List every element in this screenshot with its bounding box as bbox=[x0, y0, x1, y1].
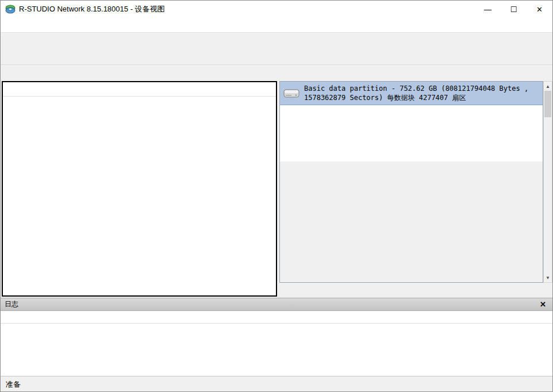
log-title-bar: 日志 ✕ bbox=[1, 298, 552, 311]
status-text: 准备 bbox=[6, 379, 21, 390]
harddrive-icon bbox=[283, 87, 301, 99]
title-bar: R-STUDIO Network 8.15.180015 - 设备视图 — ☐ … bbox=[1, 1, 552, 18]
status-bar: 准备 bbox=[1, 376, 552, 392]
close-button[interactable]: ✕ bbox=[527, 1, 552, 18]
partition-info-text: Basic data partition - 752.62 GB (808121… bbox=[304, 84, 539, 102]
scroll-up-arrow[interactable]: ▲ bbox=[544, 82, 552, 91]
device-table-header bbox=[3, 82, 276, 97]
view-tab-bar bbox=[1, 65, 552, 80]
toolbar bbox=[1, 33, 552, 65]
info-tab-bar bbox=[279, 283, 281, 297]
window-title: R-STUDIO Network 8.15.180015 - 设备视图 bbox=[19, 4, 475, 14]
log-close-icon[interactable]: ✕ bbox=[537, 300, 548, 309]
log-title: 日志 bbox=[5, 299, 537, 309]
scrollbar-thumb[interactable] bbox=[544, 91, 551, 117]
device-tree-panel bbox=[2, 81, 277, 297]
menu-bar bbox=[1, 18, 552, 33]
maximize-button[interactable]: ☐ bbox=[501, 1, 527, 18]
scrollbar-track[interactable] bbox=[544, 91, 552, 273]
log-panel: 日志 ✕ bbox=[1, 298, 552, 376]
log-table-header bbox=[1, 311, 552, 324]
app-icon bbox=[5, 4, 16, 14]
info-scrollbar[interactable]: ▲ ▼ bbox=[543, 81, 552, 283]
partition-info-header: Basic data partition - 752.62 GB (808121… bbox=[280, 82, 543, 105]
scan-legend bbox=[280, 162, 543, 167]
main-area: Basic data partition - 752.62 GB (808121… bbox=[1, 80, 552, 298]
scan-block-map bbox=[280, 105, 543, 162]
scan-info-panel: Basic data partition - 752.62 GB (808121… bbox=[279, 81, 552, 297]
minimize-button[interactable]: — bbox=[475, 1, 501, 18]
scroll-down-arrow[interactable]: ▼ bbox=[544, 273, 552, 282]
scan-info-content: Basic data partition - 752.62 GB (808121… bbox=[279, 81, 543, 283]
